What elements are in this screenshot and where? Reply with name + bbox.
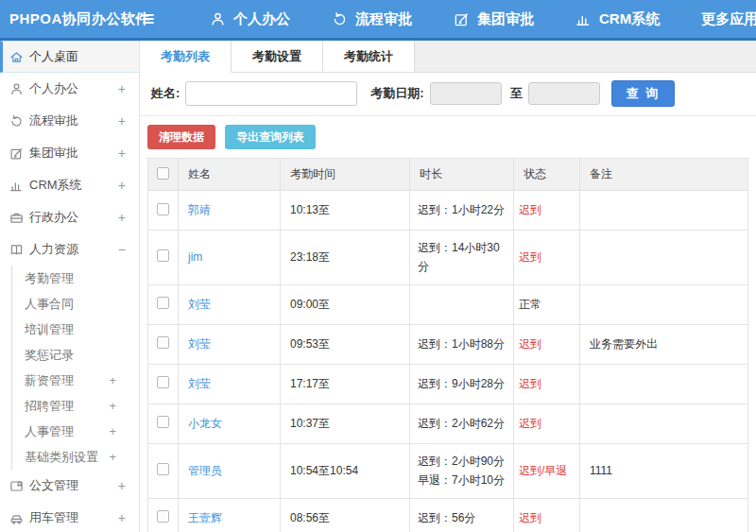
home-icon xyxy=(9,50,25,64)
sidebar-item-personal-desktop[interactable]: 个人桌面 xyxy=(0,41,139,73)
expand-plus-icon[interactable]: + xyxy=(118,81,126,96)
sidebar-item-label: 公文管理 xyxy=(29,477,118,494)
topnav-item-personal-office[interactable]: 个人办公 xyxy=(210,10,290,28)
duration-cell: 迟到：2小时90分 早退：7小时10分 xyxy=(410,443,514,498)
sidebar-item-group-approval[interactable]: 集团审批+ xyxy=(0,137,139,169)
row-checkbox[interactable] xyxy=(157,249,169,262)
employee-name-link[interactable]: 小龙女 xyxy=(188,417,222,430)
expand-plus-icon[interactable]: + xyxy=(109,424,116,438)
expand-plus-icon[interactable]: + xyxy=(118,146,126,161)
employee-name-link[interactable]: 王壹辉 xyxy=(188,511,222,524)
attendance-table-wrap: 姓名考勤时间时长状态备注 郭靖10:13至迟到：1小时22分迟到jim23:18… xyxy=(147,158,748,532)
duration-cell: 迟到：9小时28分 xyxy=(410,364,514,403)
sidebar-subitem-attendance-mgmt[interactable]: 考勤管理 xyxy=(12,266,139,291)
book-icon xyxy=(9,243,25,257)
sidebar-subitem-label: 人事合同 xyxy=(25,296,116,313)
employee-name-link[interactable]: 管理员 xyxy=(188,464,222,477)
topbar: PHPOA协同办公软件 个人办公流程审批集团审批CRM系统更多应用 xyxy=(0,0,756,41)
row-checkbox[interactable] xyxy=(157,376,169,388)
topnav-item-label: 流程审批 xyxy=(355,10,412,28)
workflow-icon xyxy=(9,114,25,129)
topnav-item-label: 个人办公 xyxy=(233,10,290,28)
sidebar-subitem-hr-contract[interactable]: 人事合同 xyxy=(12,291,139,317)
date-from-input[interactable] xyxy=(430,82,502,105)
topnav-item-more-apps[interactable]: 更多应用 xyxy=(701,10,756,28)
status-badge: 迟到 xyxy=(514,498,580,532)
sidebar-subitem-training-mgmt[interactable]: 培训管理 xyxy=(12,317,139,342)
row-checkbox[interactable] xyxy=(157,510,169,523)
expand-plus-icon[interactable]: + xyxy=(118,510,126,525)
expand-plus-icon[interactable]: + xyxy=(109,399,116,413)
expand-plus-icon[interactable]: + xyxy=(118,113,126,129)
select-all-checkbox[interactable] xyxy=(157,167,169,180)
duration-cell: 迟到：1小时88分 xyxy=(410,324,514,364)
hamburger-icon xyxy=(140,10,157,27)
note-cell xyxy=(580,403,748,443)
employee-name-link[interactable]: 刘莹 xyxy=(188,377,211,390)
sidebar-subitem-reward-punish[interactable]: 奖惩记录 xyxy=(12,342,139,368)
duration-cell: 迟到：56分 xyxy=(410,498,514,532)
car-icon xyxy=(9,511,25,525)
sidebar-item-doc-mgmt[interactable]: 公文管理+ xyxy=(0,470,139,502)
expand-plus-icon[interactable]: + xyxy=(118,478,126,493)
sidebar-subitem-base-category[interactable]: 基础类别设置+ xyxy=(12,444,139,470)
expand-plus-icon[interactable]: + xyxy=(109,450,116,464)
sidebar-submenu-hr: 考勤管理人事合同培训管理奖惩记录薪资管理+招聘管理+人事管理+基础类别设置+ xyxy=(11,266,139,470)
topnav-item-workflow-approval[interactable]: 流程审批 xyxy=(332,10,412,28)
menu-toggle-button[interactable] xyxy=(140,10,157,27)
date-filter-label: 考勤日期: xyxy=(370,85,423,102)
sidebar-item-admin-office[interactable]: 行政办公+ xyxy=(0,201,139,233)
status-badge: 迟到/早退 xyxy=(514,443,580,498)
sidebar-item-personal-office[interactable]: 个人办公+ xyxy=(0,73,139,105)
sidebar-subitem-label: 考勤管理 xyxy=(25,270,116,287)
query-button[interactable]: 查 询 xyxy=(611,80,676,107)
status-badge: 迟到 xyxy=(514,403,580,443)
employee-name-link[interactable]: jim xyxy=(188,250,202,264)
name-filter-input[interactable] xyxy=(185,81,357,106)
main-content: 考勤列表考勤设置考勤统计 姓名: 考勤日期: 至 查 询 清理数据 导出查询列表… xyxy=(140,41,756,532)
row-checkbox[interactable] xyxy=(157,416,169,428)
note-cell xyxy=(580,231,748,285)
employee-name-link[interactable]: 郭靖 xyxy=(188,203,211,216)
table-row: 管理员10:54至10:54迟到：2小时90分 早退：7小时10分迟到/早退11… xyxy=(148,443,748,498)
row-checkbox[interactable] xyxy=(157,297,169,309)
sidebar-subitem-label: 基础类别设置 xyxy=(25,449,109,466)
sidebar-subitem-salary-mgmt[interactable]: 薪资管理+ xyxy=(12,368,139,393)
sidebar-subitem-label: 奖惩记录 xyxy=(25,347,116,364)
column-header: 姓名 xyxy=(179,159,281,191)
clear-data-button[interactable]: 清理数据 xyxy=(147,125,215,149)
row-checkbox[interactable] xyxy=(157,336,169,349)
collapse-minus-icon[interactable]: − xyxy=(118,242,126,257)
sidebar-subitem-personnel-mgmt[interactable]: 人事管理+ xyxy=(12,419,139,444)
row-checkbox[interactable] xyxy=(157,203,169,215)
sidebar-item-workflow-approval[interactable]: 流程审批+ xyxy=(0,105,139,137)
tab-attendance-stats[interactable]: 考勤统计 xyxy=(323,41,415,72)
table-row: 刘莹09:53至迟到：1小时88分迟到业务需要外出 xyxy=(148,324,748,364)
note-cell xyxy=(580,364,748,403)
sidebar-item-crm[interactable]: CRM系统+ xyxy=(0,169,139,201)
sidebar-item-hr[interactable]: 人力资源− xyxy=(0,233,139,266)
topnav-item-group-approval[interactable]: 集团审批 xyxy=(454,10,534,28)
expand-plus-icon[interactable]: + xyxy=(109,373,116,387)
table-row: 刘莹17:17至迟到：9小时28分迟到 xyxy=(148,364,748,403)
topnav-item-label: CRM系统 xyxy=(599,10,660,28)
table-row: 王壹辉08:56至迟到：56分迟到 xyxy=(148,498,748,532)
note-cell: 业务需要外出 xyxy=(580,324,748,364)
employee-name-link[interactable]: 刘莹 xyxy=(188,298,211,311)
topnav-item-crm[interactable]: CRM系统 xyxy=(576,10,660,28)
export-list-button[interactable]: 导出查询列表 xyxy=(225,125,316,149)
sidebar-item-vehicle-mgmt[interactable]: 用车管理+ xyxy=(0,502,139,532)
employee-name-link[interactable]: 刘莹 xyxy=(188,337,211,351)
expand-plus-icon[interactable]: + xyxy=(118,178,126,193)
row-checkbox[interactable] xyxy=(157,463,169,475)
attendance-time-cell: 09:00至 xyxy=(281,284,410,324)
expand-plus-icon[interactable]: + xyxy=(118,210,126,225)
topnav-item-label: 集团审批 xyxy=(477,10,534,28)
tab-attendance-setup[interactable]: 考勤设置 xyxy=(232,41,323,72)
table-row: 刘莹09:00至正常 xyxy=(148,284,748,324)
tab-attendance-list[interactable]: 考勤列表 xyxy=(140,41,232,73)
name-filter-label: 姓名: xyxy=(151,85,180,102)
sidebar-subitem-recruit-mgmt[interactable]: 招聘管理+ xyxy=(12,393,139,419)
date-to-input[interactable] xyxy=(528,82,600,105)
column-header: 时长 xyxy=(410,159,514,191)
